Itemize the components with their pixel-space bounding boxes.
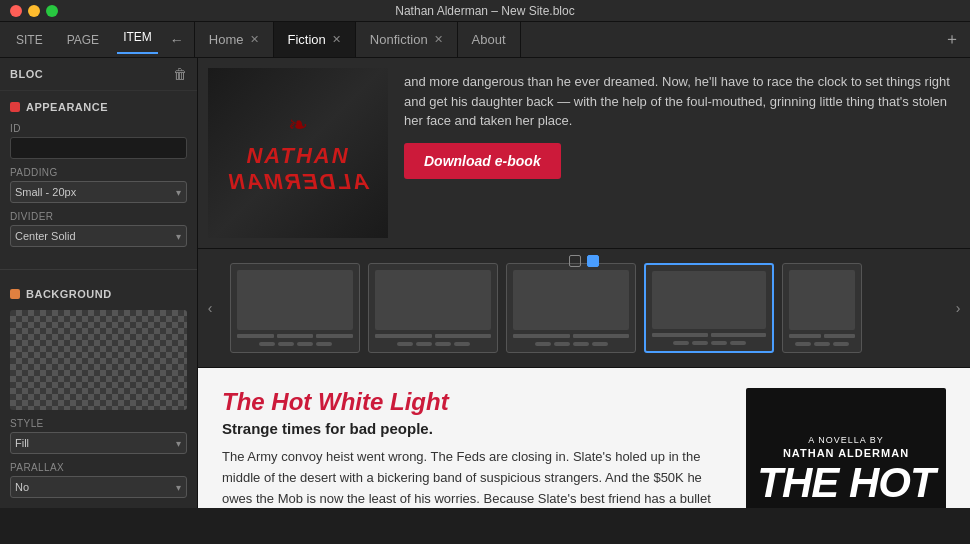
toolbar-page[interactable]: PAGE [61,29,105,51]
content-top: ❧ NATHAN ALDERMAN and more dangerous tha… [198,58,970,248]
book-cover-top: ❧ NATHAN ALDERMAN [208,68,388,238]
layout-dots-3 [513,342,629,346]
book-title: The Hot White Light [222,388,722,416]
layout-img-2 [375,270,491,330]
layout-strip: ‹ [198,248,970,368]
padding-select[interactable]: Small - 20px Medium - 40px Large - 60px [10,181,187,203]
layout-item-5[interactable] [782,263,862,353]
layout-lines-3 [513,334,629,338]
padding-row: PADDING Small - 20px Medium - 40px Large… [10,167,187,203]
layout-indicator-2[interactable] [587,255,599,267]
layout-dots-5 [789,342,855,346]
novella-author: NATHAN ALDERMAN [783,447,909,459]
background-label: BACKGROUND [26,288,112,300]
content-text-top: and more dangerous than he ever dreamed.… [404,68,950,238]
style-select[interactable]: Fill None [10,432,187,454]
layout-item-2[interactable] [368,263,498,353]
book-subtitle: Strange times for bad people. [222,420,722,437]
appearance-dot [10,102,20,112]
novella-by: A NOVELLA BY [808,435,884,445]
book-author-last: ALDERMAN [227,169,369,195]
divider-label: DIVIDER [10,211,187,222]
tab-nonfiction[interactable]: Nonfiction ✕ [356,22,458,57]
download-button[interactable]: Download e-book [404,143,561,179]
close-button[interactable] [10,5,22,17]
style-row: STYLE Fill None [10,418,187,454]
layout-lines-5 [789,334,855,338]
divider-row: DIVIDER Center Solid None [10,211,187,247]
layout-prev-arrow[interactable]: ‹ [198,300,222,316]
parallax-row: PARALLAX No Yes [10,462,187,498]
content-bottom: The Hot White Light Strange times for ba… [198,368,970,508]
layout-dots-1 [237,342,353,346]
divider-select[interactable]: Center Solid None [10,225,187,247]
sidebar: BLOC 🗑 APPEARANCE ID PADDING Small - 20p… [0,58,198,508]
toolbar-site[interactable]: SITE [10,29,49,51]
layout-item-3[interactable] [506,263,636,353]
bloc-label: BLOC [10,68,43,80]
parallax-label: PARALLAX [10,462,187,473]
id-input[interactable] [10,137,187,159]
maximize-button[interactable] [46,5,58,17]
id-label: ID [10,123,187,134]
content-description: and more dangerous than he ever dreamed.… [404,72,950,131]
window-controls [10,5,58,17]
tab-about[interactable]: About [458,22,521,57]
appearance-label: APPEARANCE [26,101,108,113]
layout-img-4 [652,271,766,329]
content-area: ❧ NATHAN ALDERMAN and more dangerous tha… [198,58,970,508]
layout-items [222,259,946,357]
tab-home-close[interactable]: ✕ [250,33,259,46]
parallax-select[interactable]: No Yes [10,476,187,498]
content-bottom-text: The Hot White Light Strange times for ba… [222,388,722,508]
book-author-first: NATHAN [246,143,349,169]
layout-item-1[interactable] [230,263,360,353]
novella-title: THE HOT [757,465,934,501]
tab-fiction[interactable]: Fiction ✕ [274,22,356,57]
book-ornament: ❧ [288,111,308,139]
layout-dots-4 [652,341,766,345]
layout-img-3 [513,270,629,330]
minimize-button[interactable] [28,5,40,17]
window-title: Nathan Alderman – New Site.bloc [395,4,574,18]
layout-lines-2 [375,334,491,338]
layout-lines-1 [237,334,353,338]
book-description: The Army convoy heist went wrong. The Fe… [222,447,722,508]
title-bar: Nathan Alderman – New Site.bloc [0,0,970,22]
tab-nonfiction-close[interactable]: ✕ [434,33,443,46]
main-layout: BLOC 🗑 APPEARANCE ID PADDING Small - 20p… [0,58,970,508]
book-cover-bottom: A NOVELLA BY NATHAN ALDERMAN THE HOT [746,388,946,508]
add-tab-button[interactable]: ＋ [934,22,970,57]
background-preview[interactable] [10,310,187,410]
style-label: STYLE [10,418,187,429]
layout-img-5 [789,270,855,330]
layout-dots-2 [375,342,491,346]
trash-icon[interactable]: 🗑 [173,66,187,82]
tab-home[interactable]: Home ✕ [195,22,274,57]
tab-fiction-close[interactable]: ✕ [332,33,341,46]
padding-label: PADDING [10,167,187,178]
layout-lines-4 [652,333,766,337]
back-button[interactable]: ← [170,32,184,48]
toolbar-item[interactable]: ITEM [117,26,158,54]
nav-bar: SITE PAGE ITEM ← Home ✕ Fiction ✕ Nonfic… [0,22,970,58]
id-row: ID [10,123,187,159]
background-dot [10,289,20,299]
layout-item-4[interactable] [644,263,774,353]
layout-img-1 [237,270,353,330]
layout-next-arrow[interactable]: › [946,300,970,316]
layout-indicator-1[interactable] [569,255,581,267]
